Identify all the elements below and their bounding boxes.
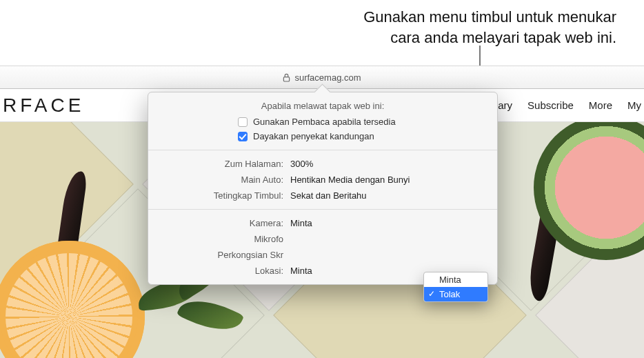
checkbox-icon [238, 132, 248, 141]
autoplay-label: Main Auto: [159, 175, 283, 185]
site-nav: rary Subscribe More My [494, 99, 641, 111]
zoom-value[interactable]: 300% [290, 159, 486, 169]
address-bar[interactable]: surfacemag.com [283, 72, 361, 83]
location-label: Lokasi: [159, 266, 283, 276]
nav-link[interactable]: More [589, 99, 612, 111]
address-domain: surfacemag.com [294, 72, 361, 83]
check-icon: ✓ [428, 289, 435, 299]
content-blocker-checkbox-row[interactable]: Dayakan penyekat kandungan [238, 131, 486, 141]
reader-checkbox-label: Gunakan Pembaca apabila tersedia [253, 117, 396, 127]
camera-value[interactable]: Minta [290, 218, 486, 228]
content-blocker-checkbox-label: Dayakan penyekat kandungan [253, 131, 374, 141]
reader-checkbox-row[interactable]: Gunakan Pembaca apabila tersedia [238, 117, 486, 127]
lock-icon [283, 73, 290, 82]
microphone-label: Mikrofo [159, 234, 283, 244]
dropdown-option-deny[interactable]: ✓ Tolak [424, 287, 487, 301]
callout-line2: cara anda melayari tapak web ini. [0, 28, 616, 48]
zoom-label: Zum Halaman: [159, 159, 283, 169]
nav-link[interactable]: Subscribe [527, 99, 574, 111]
callout-caption: Gunakan menu timbul untuk menukar cara a… [0, 7, 616, 48]
site-logo: RFACE [0, 95, 84, 117]
dropdown-option-ask[interactable]: Minta [424, 272, 487, 287]
camera-label: Kamera: [159, 218, 283, 228]
checkbox-icon [238, 117, 248, 127]
popover-title: Apabila melawat tapak web ini: [148, 92, 497, 117]
popup-windows-label: Tetingkap Timbul: [159, 190, 283, 201]
permission-dropdown-menu[interactable]: Minta ✓ Tolak [423, 272, 488, 302]
screen-sharing-label: Perkongsian Skr [159, 250, 283, 260]
popup-windows-value[interactable]: Sekat dan Beritahu [290, 190, 486, 201]
svg-rect-0 [284, 77, 290, 81]
nav-link[interactable]: My [627, 99, 641, 111]
autoplay-value[interactable]: Hentikan Media dengan Bunyi [290, 175, 486, 185]
website-settings-popover: Apabila melawat tapak web ini: Gunakan P… [148, 92, 498, 285]
callout-line1: Gunakan menu timbul untuk menukar [0, 7, 616, 28]
